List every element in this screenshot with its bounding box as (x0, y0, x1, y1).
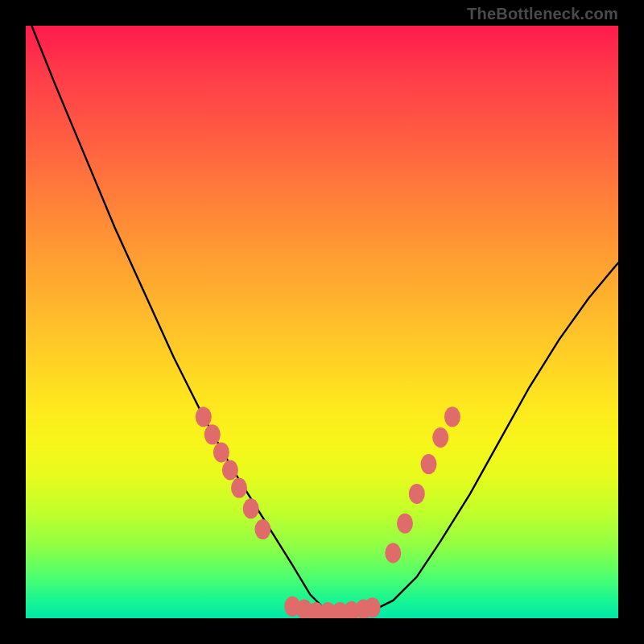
marker-dot (213, 442, 229, 462)
marker-dot (243, 498, 259, 518)
marker-layer (196, 407, 460, 618)
marker-dot (397, 514, 413, 534)
marker-dot (385, 543, 401, 564)
marker-dot (222, 460, 238, 481)
marker-dot (409, 484, 425, 504)
marker-dot (231, 478, 247, 498)
marker-dot (421, 454, 437, 474)
marker-dot (444, 407, 460, 427)
chart-frame: TheBottleneck.com (0, 0, 644, 644)
watermark: TheBottleneck.com (467, 5, 618, 23)
marker-dot (432, 427, 448, 448)
bottleneck-curve (31, 26, 618, 613)
plot-area (26, 26, 618, 618)
marker-dot (365, 597, 381, 617)
marker-dot (204, 424, 221, 444)
marker-dot (254, 519, 270, 539)
chart-svg (26, 26, 618, 618)
marker-dot (196, 407, 212, 427)
